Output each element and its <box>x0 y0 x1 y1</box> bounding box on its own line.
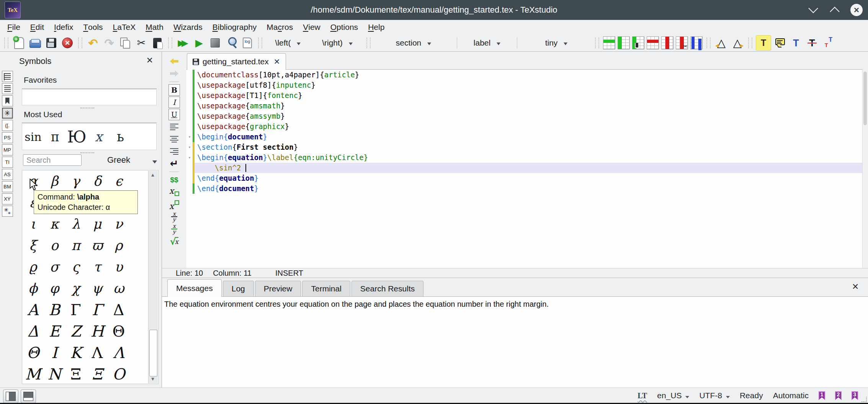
code-line[interactable]: \usepackage{amssymb} <box>186 111 868 121</box>
rotate-triangle-right-icon[interactable] <box>730 36 745 50</box>
menu-bibliography[interactable]: Bibliography <box>208 20 262 34</box>
language-selector[interactable]: en_US <box>657 391 682 400</box>
toggle-bottom-panel-button[interactable] <box>21 389 36 403</box>
resize-grip[interactable] <box>861 397 867 402</box>
menu-file[interactable]: File <box>2 20 25 34</box>
menu-idefix[interactable]: Idefix <box>49 20 78 34</box>
dropdown-section[interactable]: section <box>373 36 454 50</box>
build-and-view-icon[interactable] <box>176 36 190 50</box>
symbol-cell[interactable]: E <box>44 321 65 342</box>
panel-close-icon[interactable]: ✕ <box>850 282 860 292</box>
close-document-icon[interactable] <box>60 36 75 50</box>
new-document-icon[interactable] <box>12 36 26 50</box>
symbol-cell[interactable]: O <box>108 363 129 385</box>
undo-icon[interactable] <box>86 36 100 50</box>
rail-symbols-panel[interactable] <box>2 108 13 119</box>
rail-misc-symbols-panel[interactable] <box>2 206 13 217</box>
symbol-cell[interactable]: Θ <box>22 342 44 363</box>
tab-getting-started[interactable]: getting_started.tex ✕ <box>187 53 286 70</box>
sidebar-close-icon[interactable]: ✕ <box>145 56 155 65</box>
favorites-box[interactable] <box>22 89 157 105</box>
symbol-cell[interactable]: ω <box>108 278 129 299</box>
code-line[interactable]: \end{document} <box>186 183 868 194</box>
code-line[interactable]: ▾\begin{document} <box>186 132 868 142</box>
languagetool-icon[interactable]: LT <box>638 391 647 400</box>
symbol-cell[interactable]: Z <box>65 321 87 342</box>
fraction-icon[interactable]: xy <box>168 211 180 222</box>
stop-icon[interactable] <box>208 36 222 50</box>
rail-metapost-panel[interactable]: MP <box>2 144 13 155</box>
symbol-grid-scrollbar[interactable]: ▲ ▼ <box>148 171 158 383</box>
code-line[interactable]: \sin^2 <box>186 163 868 173</box>
category-dropdown[interactable]: Greek <box>107 154 157 166</box>
symbol-cell[interactable]: μ <box>87 213 108 235</box>
most-used-symbol[interactable]: Ю <box>66 128 88 146</box>
toggle-side-panel-button[interactable] <box>3 389 18 403</box>
symbol-cell[interactable]: Ξ <box>65 363 87 385</box>
menu-options[interactable]: Options <box>325 20 363 34</box>
rail-bookmarks-panel[interactable] <box>2 95 13 106</box>
symbol-cell[interactable]: Ξ <box>87 363 108 385</box>
text-highlight-icon[interactable] <box>756 35 771 51</box>
drag-handle[interactable] <box>80 151 94 153</box>
panel-tab-terminal[interactable]: Terminal <box>302 281 350 296</box>
italic-button[interactable]: I <box>168 97 180 108</box>
save-icon[interactable] <box>44 36 59 50</box>
scrollbar-thumb[interactable] <box>863 72 867 125</box>
bookmark-icon[interactable]: 1 <box>819 391 825 400</box>
code-editor[interactable]: \documentclass[10pt,a4paper]{article}\us… <box>186 70 868 268</box>
symbol-cell[interactable]: A <box>22 299 44 321</box>
symbol-cell[interactable]: I <box>44 342 65 363</box>
panel-tab-log[interactable]: Log <box>223 281 254 296</box>
scroll-up-icon[interactable]: ▲ <box>149 172 156 178</box>
align-columns-icon[interactable] <box>690 36 703 49</box>
maximize-icon[interactable] <box>829 4 840 16</box>
scroll-down-icon[interactable]: ▼ <box>149 376 156 383</box>
code-line[interactable]: \usepackage{amsmath} <box>186 101 868 111</box>
dropdown-left[interactable]: \left( <box>265 36 311 50</box>
square-root-icon[interactable] <box>168 236 180 247</box>
symbol-cell[interactable]: N <box>44 363 65 385</box>
symbol-cell[interactable]: β <box>44 170 65 192</box>
align-center-icon[interactable] <box>170 133 179 145</box>
open-icon[interactable] <box>28 36 43 50</box>
bookmark-icon[interactable]: 2 <box>835 391 842 400</box>
go-back-icon[interactable] <box>168 56 180 67</box>
symbol-cell[interactable]: M <box>22 363 44 385</box>
paste-column-icon[interactable] <box>632 36 644 49</box>
rail-tikz-panel[interactable]: TI <box>2 157 13 168</box>
go-forward-icon[interactable] <box>168 68 180 79</box>
code-line[interactable]: ▾\section{First section} <box>186 142 868 152</box>
remove-column-icon[interactable] <box>661 36 673 49</box>
most-used-symbol[interactable]: sin <box>22 130 44 144</box>
menu-math[interactable]: Math <box>141 20 168 34</box>
symbol-cell[interactable]: γ <box>65 170 87 192</box>
symbol-cell[interactable]: ν <box>108 213 129 235</box>
menu-edit[interactable]: Edit <box>25 20 49 34</box>
view-icon[interactable] <box>224 36 239 50</box>
align-left-icon[interactable] <box>170 121 179 132</box>
drag-handle[interactable] <box>80 106 94 108</box>
symbol-cell[interactable]: π <box>65 235 87 256</box>
symbol-cell[interactable]: κ <box>44 213 65 235</box>
symbol-cell[interactable]: Λ <box>108 342 129 363</box>
symbol-cell[interactable]: Λ <box>87 342 108 363</box>
symbol-cell[interactable]: ρ <box>108 235 129 256</box>
bookmark-icon[interactable]: 3 <box>852 391 858 400</box>
rail-pstricks-panel[interactable]: PS <box>2 132 13 143</box>
change-case-icon[interactable] <box>821 36 835 50</box>
add-column-icon[interactable] <box>618 36 630 49</box>
symbol-cell[interactable]: Γ <box>87 299 108 321</box>
rail-asymptote-panel[interactable]: AS <box>2 169 13 180</box>
align-right-icon[interactable] <box>170 146 179 157</box>
symbol-cell[interactable]: Γ <box>65 299 87 321</box>
panel-tab-search-results[interactable]: Search Results <box>351 281 423 296</box>
menu-help[interactable]: Help <box>363 20 389 34</box>
view-log-icon[interactable] <box>240 36 255 50</box>
underline-button[interactable]: U <box>168 109 180 120</box>
rail-beamer-panel[interactable]: BM <box>2 181 13 192</box>
symbol-cell[interactable]: ς <box>65 256 87 278</box>
most-used-symbol[interactable]: ь <box>110 129 131 144</box>
dropdown-label[interactable]: label <box>460 36 514 50</box>
close-icon[interactable]: ✕ <box>850 4 863 16</box>
